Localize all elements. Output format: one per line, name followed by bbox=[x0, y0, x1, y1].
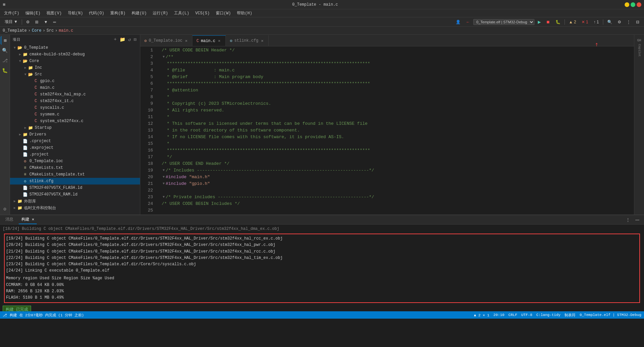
tree-item-startup[interactable]: ▶ 📁 Startup bbox=[10, 124, 140, 131]
activity-search[interactable]: 🔍 bbox=[1, 46, 9, 55]
github-button[interactable]: ⊟ bbox=[634, 19, 641, 25]
tree-item-stlink-cfg[interactable]: ⚙ stlink.cfg bbox=[10, 178, 140, 185]
fold-code-23[interactable]: ▼ bbox=[162, 194, 166, 201]
up-count[interactable]: ↑ 1 bbox=[592, 19, 601, 25]
search-toolbar-button[interactable]: 🔍 bbox=[605, 19, 614, 25]
tab-main-c[interactable]: C main.c ✕ bbox=[192, 35, 226, 46]
new-folder-icon[interactable]: 📁 bbox=[119, 36, 126, 43]
tree-item-stm32-flash[interactable]: 📄 STM32F407VGTX_FLASH.ld bbox=[10, 185, 140, 191]
menu-run[interactable]: 运行(R) bbox=[150, 10, 171, 17]
activity-settings[interactable]: ⚙ bbox=[1, 205, 9, 213]
tree-item-inc[interactable]: ▶ 📁 Inc bbox=[10, 64, 140, 71]
run-button[interactable]: ▶ bbox=[536, 19, 543, 25]
fold-icon-inc[interactable]: ▶ bbox=[23, 66, 27, 70]
tree-item-stm32-ram[interactable]: 📄 STM32F407VGTX_RAM.ld bbox=[10, 191, 140, 198]
tree-item-cproject[interactable]: 📄 .cproject bbox=[10, 138, 140, 144]
tree-item-system-stm32[interactable]: C system_stm32f4xx.c bbox=[10, 118, 140, 124]
panel-minimize-btn[interactable]: — bbox=[633, 217, 641, 223]
tab-ioc-close[interactable]: ✕ bbox=[184, 38, 188, 44]
toolbar-icon-2[interactable]: ⊞ bbox=[33, 19, 40, 25]
status-indent[interactable]: 制表符 bbox=[565, 313, 576, 318]
menu-vcs[interactable]: VCS(S) bbox=[192, 10, 212, 16]
panel-tab-messages[interactable]: 消息 bbox=[3, 215, 16, 224]
close-button[interactable]: ✕ bbox=[637, 2, 641, 7]
tree-item-scratch[interactable]: ▶ 📁 临时文件和控制台 bbox=[10, 205, 140, 211]
breadcrumb-src[interactable]: Src bbox=[46, 28, 54, 33]
collapse-all-icon[interactable]: ⊟ bbox=[133, 36, 137, 43]
minimize-button[interactable]: — bbox=[625, 2, 629, 7]
fold-code-20[interactable]: ▼ bbox=[162, 174, 166, 181]
tree-item-stm32f4xx-it[interactable]: C stm32f4xx_it.c bbox=[10, 98, 140, 104]
breadcrumb-root[interactable]: 0_Template bbox=[3, 28, 27, 33]
tree-item-gpio-c[interactable]: C gpio.c bbox=[10, 78, 140, 84]
new-file-icon[interactable]: + bbox=[113, 36, 118, 43]
menu-build[interactable]: 构建(U) bbox=[129, 10, 150, 17]
tree-item-cmakelists-template[interactable]: ≡ CMakeLists_template.txt bbox=[10, 171, 140, 178]
fold-icon-startup[interactable]: ▶ bbox=[23, 126, 27, 130]
refresh-icon[interactable]: ↺ bbox=[127, 36, 132, 43]
menu-tools[interactable]: 工具(L) bbox=[171, 10, 192, 17]
debug-button[interactable]: 🐛 bbox=[553, 19, 562, 25]
fold-icon-external[interactable]: ▶ bbox=[13, 199, 17, 203]
fold-code-19[interactable]: ▼ bbox=[162, 167, 166, 174]
tree-item-cmake-build[interactable]: ▶ 📁 cmake-build-stm32-debug bbox=[10, 51, 140, 58]
tree-item-root[interactable]: ▼ 📂 0_Template bbox=[10, 44, 140, 51]
tree-item-stm32f4xx-hal-msp[interactable]: C stm32f4xx_hal_msp.c bbox=[10, 91, 140, 98]
status-vcs-icon[interactable]: ⎇ bbox=[3, 313, 7, 317]
settings-toolbar-button[interactable]: ⚙ bbox=[616, 19, 623, 25]
status-position[interactable]: 20:10 bbox=[493, 313, 504, 317]
toolbar-icon-3[interactable]: ▼ bbox=[42, 19, 50, 25]
fold-icon-core[interactable]: ▼ bbox=[18, 59, 22, 63]
fold-icon-cmake-build[interactable]: ▶ bbox=[18, 52, 22, 56]
project-dropdown[interactable]: 项目 ▼ bbox=[3, 18, 20, 25]
fold-icon-src[interactable]: ▼ bbox=[23, 73, 27, 76]
menu-nav[interactable]: 导航(N) bbox=[65, 10, 86, 17]
tree-item-main-c[interactable]: C main.c bbox=[10, 84, 140, 91]
menu-file[interactable]: 文件(F) bbox=[1, 10, 22, 17]
tree-item-external[interactable]: ▶ 📁 外部库 bbox=[10, 198, 140, 205]
breadcrumb-file[interactable]: main.c bbox=[59, 28, 73, 33]
toolbar-icon-4[interactable]: ═ bbox=[51, 19, 58, 25]
panel-more-btn[interactable]: ⋮ bbox=[624, 217, 632, 223]
tree-item-project[interactable]: 📄 .project bbox=[10, 151, 140, 158]
menu-edit[interactable]: 编辑(E) bbox=[23, 10, 43, 17]
warning-count[interactable]: ▲ 2 bbox=[567, 19, 578, 25]
menu-refactor[interactable]: 重构(B) bbox=[108, 10, 128, 17]
tree-item-mxproject[interactable]: 📄 .mxproject bbox=[10, 144, 140, 151]
menu-window[interactable]: 窗口(W) bbox=[213, 10, 234, 17]
code-editor[interactable]: 1234567891011121314151617181920212223242… bbox=[140, 46, 634, 215]
status-lang[interactable]: C:lang-tidy bbox=[536, 313, 561, 317]
tree-item-core[interactable]: ▼ 📂 Core bbox=[10, 58, 140, 64]
tree-item-syscalls[interactable]: C syscalls.c bbox=[10, 104, 140, 111]
activity-files[interactable]: ⊞ bbox=[1, 36, 9, 45]
code-content[interactable]: /* USER CODE BEGIN Header */▼/** *******… bbox=[156, 46, 634, 215]
tree-item-template-ioc[interactable]: ⚙ 0_Template.ioc bbox=[10, 158, 140, 164]
status-line-ending[interactable]: CRLF bbox=[508, 313, 517, 317]
breadcrumb-core[interactable]: Core bbox=[32, 28, 41, 33]
debug-config-select[interactable]: 0_Template.elf | STM32-Debug bbox=[473, 19, 534, 25]
tree-item-sysmem[interactable]: C sysmem.c bbox=[10, 111, 140, 118]
toolbar-icon-1[interactable]: ⚙ bbox=[24, 19, 32, 25]
status-warnings[interactable]: ▲ 2 ✕ 1 bbox=[474, 313, 489, 317]
right-github-icon[interactable]: GH bbox=[635, 36, 644, 45]
tree-item-drivers[interactable]: ▶ 📁 Drivers bbox=[10, 131, 140, 138]
fold-code-2[interactable]: ▼ bbox=[162, 54, 166, 60]
tab-ioc[interactable]: ⚙ 0_Template.ioc ✕ bbox=[140, 35, 192, 46]
activity-debug[interactable]: 🐛 bbox=[1, 66, 9, 75]
fold-code-21[interactable]: ▼ bbox=[162, 181, 166, 187]
tree-item-src[interactable]: ▼ 📂 Src bbox=[10, 71, 140, 78]
stop-button[interactable]: ⏹ bbox=[544, 19, 552, 25]
menu-help[interactable]: 帮助(H) bbox=[234, 10, 255, 17]
tab-stlink-cfg[interactable]: ⚙ stlink.cfg ✕ bbox=[226, 35, 268, 46]
fold-icon-root[interactable]: ▼ bbox=[13, 46, 17, 50]
status-config[interactable]: 0_Template.elf | STM32-Debug bbox=[580, 313, 641, 317]
panel-tab-build[interactable]: 构建 ✕ bbox=[19, 215, 37, 224]
user-icon[interactable]: 👤 bbox=[454, 19, 463, 25]
menu-code[interactable]: 代码(O) bbox=[86, 10, 107, 17]
error-count[interactable]: ✕ 1 bbox=[580, 19, 590, 25]
right-copilot-icon[interactable]: Copilot bbox=[637, 46, 642, 55]
window-controls[interactable]: — □ ✕ bbox=[625, 2, 641, 7]
menu-view[interactable]: 视图(V) bbox=[44, 10, 64, 17]
more-toolbar-button[interactable]: ⋮ bbox=[625, 19, 633, 25]
back-button[interactable]: ← bbox=[464, 19, 472, 25]
